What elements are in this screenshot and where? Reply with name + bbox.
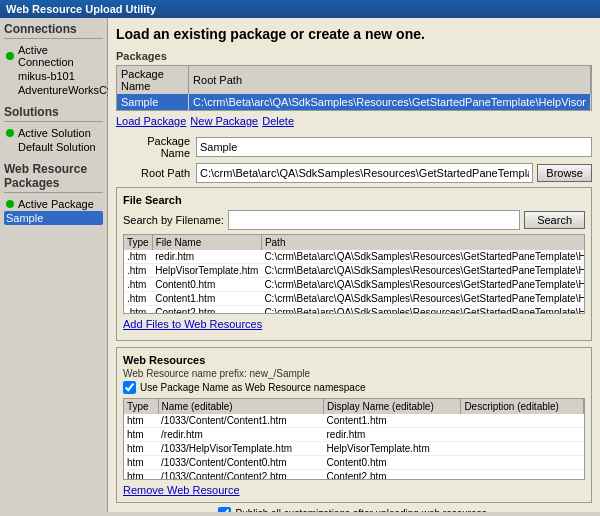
search-button[interactable]: Search [524,211,585,229]
packages-section-label: Packages [116,50,592,62]
wr-table: Type Name (editable) Display Name (edita… [124,399,584,480]
wr-title: Web Resources [123,354,585,366]
sidebar-package-sample[interactable]: Sample [4,211,103,225]
search-row: Search by Filename: Search [123,210,585,230]
sidebar-wrp-section: Web ResourcePackages Active Package Samp… [4,162,103,225]
file-col-path: Path [261,235,585,250]
wr-desc-cell [461,414,584,428]
sidebar-solution-name-label: Default Solution [18,141,96,153]
solution-dot [6,129,14,137]
table-row[interactable]: .htmContent2.htmC:\crm\Beta\arc\QA\SdkSa… [124,306,585,315]
sidebar-solution-label: Active Solution [18,127,91,139]
wr-table-wrapper: Type Name (editable) Display Name (edita… [123,398,585,480]
table-row[interactable]: htm/redir.htmredir.htm [124,428,584,442]
wr-col-display: Display Name (editable) [324,399,461,414]
add-files-button[interactable]: Add Files to Web Resources [123,318,262,330]
wr-col-name: Name (editable) [158,399,323,414]
delete-button[interactable]: Delete [262,115,294,127]
file-type-cell: .htm [124,250,152,264]
sidebar: Connections Active Connection mikus-b101… [0,18,108,512]
table-row[interactable]: htm/1033/Content/Content2.htmContent2.ht… [124,470,584,481]
remove-wr-button[interactable]: Remove Web Resource [123,484,240,496]
file-search-section: File Search Search by Filename: Search T… [116,187,592,341]
sidebar-server-item[interactable]: mikus-b101 [4,69,103,83]
pkg-path-cell: C:\crm\Beta\arc\QA\SdkSamples\Resources\… [189,94,591,110]
wr-name-cell: /redir.htm [158,428,323,442]
sidebar-active-package-label: Active Package [18,198,94,210]
sidebar-connection-label: Active Connection [18,44,101,68]
package-dot [6,200,14,208]
content-area: Load an existing package or create a new… [108,18,600,512]
file-name-cell: Content2.htm [152,306,261,315]
file-type-cell: .htm [124,278,152,292]
sidebar-org-item[interactable]: AdventureWorksCycle [4,83,103,97]
publish-row: Publish all customizations after uploadi… [116,507,592,512]
wr-checkbox-row: Use Package Name as Web Resource namespa… [123,381,585,394]
web-resources-section: Web Resources Web Resource name prefix: … [116,347,592,503]
table-row[interactable]: .htmHelpVisorTemplate.htmC:\crm\Beta\arc… [124,264,585,278]
sidebar-solutions-title: Solutions [4,105,103,122]
sidebar-solution-name[interactable]: Default Solution [4,140,103,154]
wr-display-cell: Content0.htm [324,456,461,470]
use-package-name-checkbox[interactable] [123,381,136,394]
file-path-cell: C:\crm\Beta\arc\QA\SdkSamples\Resources\… [261,264,585,278]
package-name-input[interactable] [196,137,592,157]
wr-desc-cell [461,442,584,456]
root-path-label: Root Path [116,167,196,179]
publish-checkbox[interactable] [218,507,231,512]
wr-desc-cell [461,428,584,442]
wr-display-cell: Content2.htm [324,470,461,481]
table-row[interactable]: .htmContent0.htmC:\crm\Beta\arc\QA\SdkSa… [124,278,585,292]
table-row[interactable]: htm/1033/Content/Content0.htmContent0.ht… [124,456,584,470]
pkg-name-cell: Sample [117,94,189,110]
file-path-cell: C:\crm\Beta\arc\QA\SdkSamples\Resources\… [261,278,585,292]
wr-name-cell: /1033/Content/Content2.htm [158,470,323,481]
wr-subtitle: Web Resource name prefix: new_/Sample [123,368,585,379]
publish-label: Publish all customizations after uploadi… [235,508,489,512]
sidebar-solutions-section: Solutions Active Solution Default Soluti… [4,105,103,154]
wr-checkbox-label: Use Package Name as Web Resource namespa… [140,382,365,393]
file-col-type: Type [124,235,152,250]
sidebar-wrp-title: Web ResourcePackages [4,162,103,193]
table-row[interactable]: htm/1033/Content/Content1.htmContent1.ht… [124,414,584,428]
root-path-input[interactable] [196,163,533,183]
search-by-label: Search by Filename: [123,214,224,226]
wr-name-cell: /1033/HelpVisorTemplate.htm [158,442,323,456]
load-package-button[interactable]: Load Package [116,115,186,127]
table-row[interactable]: .htmredir.htmC:\crm\Beta\arc\QA\SdkSampl… [124,250,585,264]
sidebar-connections-title: Connections [4,22,103,39]
package-name-label: Package Name [116,135,196,159]
page-title: Load an existing package or create a new… [116,26,592,42]
table-row[interactable]: htm/1033/HelpVisorTemplate.htmHelpVisorT… [124,442,584,456]
file-type-cell: .htm [124,264,152,278]
wr-type-cell: htm [124,428,158,442]
file-path-cell: C:\crm\Beta\arc\QA\SdkSamples\Resources\… [261,250,585,264]
files-table: Type File Name Path .htmredir.htmC:\crm\… [124,235,585,314]
wr-col-type: Type [124,399,158,414]
sidebar-active-package[interactable]: Active Package [4,197,103,211]
wr-type-cell: htm [124,442,158,456]
title-bar: Web Resource Upload Utility [0,0,600,18]
wr-name-cell: /1033/Content/Content0.htm [158,456,323,470]
wr-display-cell: Content1.htm [324,414,461,428]
packages-table: Package Name Root Path Sample C:\crm\Bet… [117,66,591,110]
root-path-row: Root Path Browse [116,163,592,183]
wr-type-cell: htm [124,470,158,481]
wr-display-cell: HelpVisorTemplate.htm [324,442,461,456]
file-search-title: File Search [123,194,585,206]
table-row[interactable]: Sample C:\crm\Beta\arc\QA\SdkSamples\Res… [117,94,591,110]
file-type-cell: .htm [124,306,152,315]
wr-type-cell: htm [124,456,158,470]
sidebar-active-solution[interactable]: Active Solution [4,126,103,140]
sidebar-active-connection[interactable]: Active Connection [4,43,103,69]
remove-btn-row: Remove Web Resource [123,484,585,496]
search-input[interactable] [228,210,520,230]
new-package-button[interactable]: New Package [190,115,258,127]
wr-name-cell: /1033/Content/Content1.htm [158,414,323,428]
sidebar-package-name: Sample [6,212,43,224]
add-btn-row: Add Files to Web Resources [123,318,585,330]
connection-dot [6,52,14,60]
table-row[interactable]: .htmContent1.htmC:\crm\Beta\arc\QA\SdkSa… [124,292,585,306]
browse-button[interactable]: Browse [537,164,592,182]
sidebar-connections-section: Connections Active Connection mikus-b101… [4,22,103,97]
